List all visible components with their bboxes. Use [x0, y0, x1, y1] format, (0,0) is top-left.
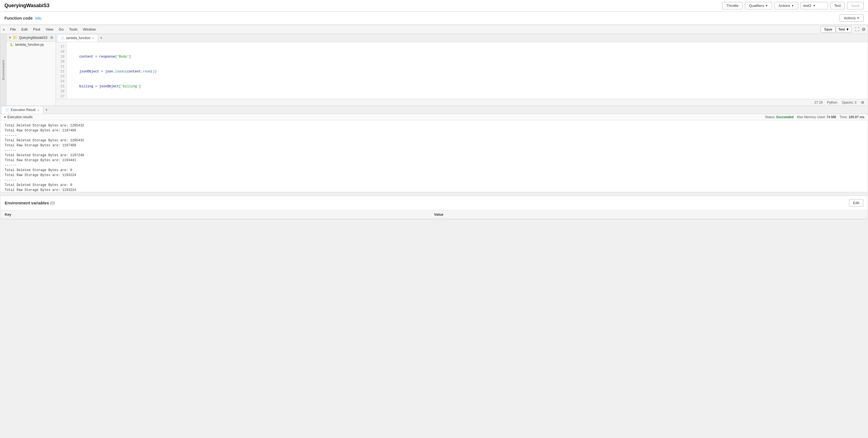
exec-meta: Status: Succeeded Max Memory Used: 74 MB… — [765, 115, 864, 119]
menu-save-button[interactable]: Save — [820, 26, 836, 32]
tab-label: lambda_function — [66, 36, 90, 40]
env-table-header: Key Value — [0, 210, 868, 219]
file-icon: 🐍 — [10, 43, 13, 46]
app-title: QueryingWasabiS3 — [4, 3, 49, 8]
exec-output: Total Deleted Storage Bytes are: 1205432… — [0, 120, 868, 192]
tab-file-icon: 📄 — [61, 36, 64, 40]
menu-edit[interactable]: Edit — [19, 25, 30, 34]
code-content[interactable]: content = response['Body'] jsonObject = … — [67, 42, 868, 99]
exec-tab[interactable]: 📄 Execution Result ✕ — [1, 106, 43, 114]
code-tab-bar: 📄 lambda_function ✕ + — [56, 34, 868, 42]
language-indicator: Python — [827, 100, 837, 104]
test-dropdown-chevron: ▼ — [846, 27, 849, 31]
test-selector-chevron: ▼ — [813, 4, 816, 7]
save-button[interactable]: Save — [847, 2, 864, 9]
section-title: Function code — [4, 16, 33, 21]
line-num-23: 23 — [56, 74, 64, 79]
status-bar: 27:19 Python Spaces: 3 ⚙ — [56, 99, 868, 105]
env-col-value: Value — [434, 212, 863, 217]
menu-bar: ▲ File Edit Find View Go Tools Window Sa… — [0, 25, 868, 34]
exec-tab-label: Execution Result — [11, 108, 35, 112]
section-title-area: Function code Info — [4, 16, 41, 21]
editor-settings-icon[interactable]: ⚙ — [861, 100, 864, 105]
output-line-7: Total Deleted Storage Bytes are: 1197240 — [5, 153, 863, 158]
add-tab-icon[interactable]: + — [98, 35, 104, 40]
tab-close-icon[interactable]: ✕ — [92, 37, 94, 40]
line-num-19: 19 — [56, 54, 64, 59]
function-code-header: Function code Info Actions ▼ — [0, 11, 868, 25]
line-num-25: 25 — [56, 84, 64, 89]
menu-tools[interactable]: Tools — [66, 25, 80, 34]
line-num-27: 27 — [56, 94, 64, 99]
folder-gear-icon[interactable]: ⚙ — [50, 35, 54, 40]
test-selector[interactable]: test3 ▼ — [801, 2, 828, 9]
env-vars-title-area: Environment variables (0) — [5, 200, 55, 205]
exec-collapse-icon[interactable]: ▼ — [4, 116, 6, 119]
file-tree-header: ▼ 📁 QueryingWasabiS3 ⚙ — [6, 34, 56, 41]
output-line-5: Total Raw Storage Bytes are: 1197489 — [5, 143, 863, 148]
exec-tab-icon: 📄 — [5, 108, 9, 112]
line-numbers: 17 18 19 20 21 22 23 24 25 26 27 — [56, 42, 67, 99]
output-line-12: ------ — [5, 178, 863, 183]
function-actions-chevron: ▼ — [857, 17, 860, 20]
top-header: QueryingWasabiS3 Throttle Qualifiers ▼ A… — [0, 0, 868, 11]
exec-tab-close[interactable]: ✕ — [37, 108, 39, 112]
exec-label: ▼ Execution results — [4, 115, 32, 119]
execution-result-panel: 📄 Execution Result ✕ + ▼ Execution resul… — [0, 105, 868, 192]
folder-name: QueryingWasabiS3 — [19, 36, 49, 40]
fullscreen-icon[interactable]: ⛶ — [855, 27, 860, 32]
function-actions-button[interactable]: Actions ▼ — [840, 14, 864, 22]
editor-body: Environment ▼ 📁 QueryingWasabiS3 ⚙ 🐍 lam… — [0, 34, 868, 105]
output-line-6: ------ — [5, 148, 863, 153]
exec-add-tab-icon[interactable]: + — [43, 107, 49, 113]
output-line-13: Total Deleted Storage Bytes are: 0 — [5, 183, 863, 188]
actions-chevron: ▼ — [792, 4, 794, 7]
output-line-3: ------ — [5, 133, 863, 138]
menu-icons: ⛶ ⚙ — [855, 27, 866, 32]
output-line-2: Total Raw Storage Bytes are: 1197489 — [5, 128, 863, 133]
menu-view[interactable]: View — [43, 25, 56, 34]
tree-collapse-icon[interactable]: ▼ — [8, 36, 11, 39]
menu-find[interactable]: Find — [30, 25, 43, 34]
qualifiers-button[interactable]: Qualifiers ▼ — [745, 2, 772, 9]
menu-window[interactable]: Window — [80, 25, 98, 34]
cursor-position: 27:19 — [814, 100, 823, 104]
env-vars-title: Environment variables — [5, 200, 49, 205]
env-vars-section: Environment variables (0) Edit Key Value — [0, 196, 868, 219]
menu-test-button[interactable]: Test ▼ — [836, 26, 852, 32]
file-name: lambda_function.py — [15, 43, 44, 46]
menu-go[interactable]: Go — [56, 25, 66, 34]
output-line-10: Total Deleted Storage Bytes are: 0 — [5, 168, 863, 173]
output-line-1: Total Deleted Storage Bytes are: 1205432 — [5, 123, 863, 128]
code-line-20: jsonObject = json.loads(content.read()) — [71, 69, 863, 74]
throttle-button[interactable]: Throttle — [722, 2, 743, 9]
env-vars-edit-button[interactable]: Edit — [849, 199, 863, 207]
code-editor[interactable]: 17 18 19 20 21 22 23 24 25 26 27 content… — [56, 42, 868, 99]
test-button[interactable]: Test — [830, 2, 845, 9]
output-line-14: Total Raw Storage Bytes are: 1193224 — [5, 188, 863, 192]
exec-memory: Max Memory Used: 74 MB — [797, 115, 836, 119]
line-num-18: 18 — [56, 49, 64, 54]
code-tab-lambda[interactable]: 📄 lambda_function ✕ — [57, 34, 98, 42]
code-panel: 📄 lambda_function ✕ + 17 18 19 20 21 22 … — [56, 34, 868, 105]
output-line-4: Total Deleted Storage Bytes are: 1205432 — [5, 138, 863, 143]
line-num-17: 17 — [56, 44, 64, 49]
collapse-icon[interactable]: ▲ — [2, 28, 5, 31]
env-sidebar: Environment — [0, 34, 6, 105]
exec-tab-bar: 📄 Execution Result ✕ + — [0, 106, 868, 114]
settings-icon[interactable]: ⚙ — [862, 27, 866, 32]
actions-dropdown-button[interactable]: Actions ▼ — [774, 2, 798, 9]
header-controls: Throttle Qualifiers ▼ Actions ▼ test3 ▼ … — [722, 2, 864, 9]
qualifiers-chevron: ▼ — [765, 4, 768, 7]
output-line-9: ------ — [5, 163, 863, 168]
exec-time-value: 185.67 ms — [849, 115, 864, 119]
line-num-22: 22 — [56, 69, 64, 74]
info-link[interactable]: Info — [34, 16, 41, 21]
exec-results-header: ▼ Execution results Status: Succeeded Ma… — [0, 114, 868, 120]
line-num-21: 21 — [56, 64, 64, 69]
file-tree-item[interactable]: 🐍 lambda_function.py — [6, 41, 56, 48]
menu-file[interactable]: File — [7, 25, 19, 34]
line-num-24: 24 — [56, 79, 64, 84]
env-vars-count: (0) — [50, 201, 55, 205]
spaces-indicator: Spaces: 3 — [842, 100, 857, 104]
